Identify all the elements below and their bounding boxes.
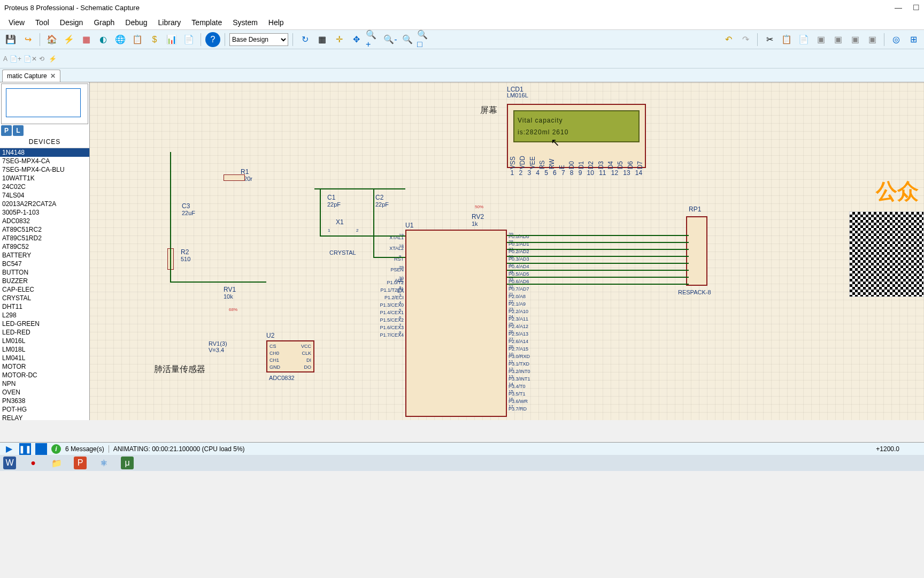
device-item[interactable]: MOTOR-DC [0,371,89,379]
block-delete-icon[interactable]: ▣ [865,32,880,47]
device-item[interactable]: BATTERY [0,251,89,260]
exit-icon[interactable]: ↪ [20,32,35,47]
sim-pause-button[interactable]: ❚❚ [19,443,31,455]
u1-chip[interactable]: XTAL119XTAL218RST9PSEN29ALE30EA31P1.0/T2… [405,230,507,417]
menu-tool[interactable]: Tool [30,16,55,29]
package-icon[interactable]: ⊞ [906,32,921,47]
save-icon[interactable]: 💾 [3,32,18,47]
menu-template[interactable]: Template [186,16,227,29]
menu-help[interactable]: Help [263,16,289,29]
text-tool-icon[interactable]: A [3,55,7,63]
data-icon[interactable]: 📊 [164,32,179,47]
info-icon[interactable]: i [51,444,61,454]
code-icon[interactable]: $ [147,32,162,47]
mode-p[interactable]: P [1,125,12,136]
grid-icon[interactable]: ▦ [314,32,329,47]
schematic-canvas[interactable]: LCD1 LM016L 屏幕 Vital capacity is:2820ml … [90,82,924,420]
device-item[interactable]: 74LS04 [0,191,89,200]
device-item[interactable]: DHT11 [0,302,89,311]
mode-l[interactable]: L [13,125,24,136]
cut-icon[interactable]: ✂ [762,32,777,47]
sim-play-button[interactable]: ▶ [3,443,15,455]
copy-icon[interactable]: 📋 [779,32,794,47]
bom-icon[interactable]: 📋 [130,32,145,47]
help-icon[interactable]: ? [205,32,220,47]
device-item[interactable]: LM016L [0,337,89,345]
taskbar-ppt-icon[interactable]: P [74,457,87,469]
delete-sheet-icon[interactable]: 📄✕ [24,55,37,63]
taskbar-record-icon[interactable]: ● [27,457,40,469]
r1-body[interactable] [224,174,245,181]
tab-close-icon[interactable]: ✕ [50,72,56,80]
script-icon[interactable]: ⚡ [49,55,57,63]
pcb-icon[interactable]: ▦ [79,32,94,47]
device-item[interactable]: LED-GREEN [0,320,89,328]
device-item[interactable]: 3005P-1-103 [0,208,89,217]
zoom-out-icon[interactable]: 🔍- [383,32,398,47]
device-item[interactable]: LED-RED [0,328,89,337]
device-item[interactable]: NPN [0,379,89,388]
maximize-button[interactable]: ☐ [913,3,920,12]
menu-view[interactable]: View [3,16,30,29]
zoom-in-icon[interactable]: 🔍+ [366,32,381,47]
zoom-fit-icon[interactable]: 🔍 [400,32,415,47]
schematic-icon[interactable]: ⚡ [61,32,76,47]
lcd-component[interactable]: Vital capacity is:2820ml 2610 VSSVDDVEER… [507,104,646,168]
zoom-area-icon[interactable]: 🔍□ [417,32,432,47]
device-item[interactable]: BUZZER [0,277,89,285]
block-move-icon[interactable]: ▣ [830,32,845,47]
design-dropdown[interactable]: Base Design [229,33,288,46]
add-sheet-icon[interactable]: 📄+ [10,55,21,63]
gerber-icon[interactable]: 🌐 [113,32,128,47]
device-item[interactable]: RELAY [0,414,89,420]
block-rotate-icon[interactable]: ▣ [848,32,863,47]
device-item[interactable]: AT89C52 [0,242,89,251]
device-item[interactable]: CAP-ELEC [0,285,89,294]
menu-graph[interactable]: Graph [88,16,120,29]
sim-stop-button[interactable] [35,443,47,455]
device-item[interactable]: 02013A2R2CAT2A [0,200,89,208]
tab-schematic[interactable]: matic Capture ✕ [2,70,60,82]
device-item[interactable]: LM018L [0,345,89,354]
home-icon[interactable]: 🏠 [44,32,59,47]
device-item[interactable]: BC547 [0,260,89,268]
taskbar-word-icon[interactable]: W [3,457,16,469]
device-item[interactable]: AT89C51RD2 [0,234,89,242]
taskbar-explorer-icon[interactable]: 📁 [50,457,63,469]
menu-design[interactable]: Design [55,16,89,29]
device-item[interactable]: L298 [0,311,89,320]
rp1-body[interactable] [686,216,707,286]
device-item[interactable]: CRYSTAL [0,294,89,302]
minimize-button[interactable]: — [895,3,902,12]
device-item[interactable]: ADC0832 [0,217,89,225]
redo-icon[interactable]: ↷ [738,32,753,47]
taskbar-keil-icon[interactable]: μ [121,457,134,469]
device-item[interactable]: PN3638 [0,397,89,405]
paste-icon[interactable]: 📄 [796,32,811,47]
device-item[interactable]: MOTOR [0,362,89,371]
messages-count[interactable]: 6 Message(s) [65,445,104,453]
device-item[interactable]: 24C02C [0,182,89,191]
refresh-icon[interactable]: ↻ [297,32,312,47]
device-list[interactable]: 1N41487SEG-MPX4-CA7SEG-MPX4-CA-BLU10WATT… [0,148,89,420]
origin-icon[interactable]: ✛ [332,32,346,47]
menu-debug[interactable]: Debug [120,16,152,29]
device-item[interactable]: BUTTON [0,268,89,277]
u2-chip[interactable]: CSCH0CH1GNDVCCCLKDIDO [266,340,314,372]
menu-library[interactable]: Library [153,16,187,29]
device-item[interactable]: POT-HG [0,405,89,414]
doc-icon[interactable]: 📄 [181,32,196,47]
pick-icon[interactable]: ◎ [889,32,904,47]
overview-panel[interactable] [1,83,88,124]
device-item[interactable]: LM041L [0,354,89,362]
pan-icon[interactable]: ✥ [349,32,364,47]
device-item[interactable]: 7SEG-MPX4-CA [0,157,89,165]
undo-icon[interactable]: ↶ [721,32,736,47]
device-item[interactable]: 10WATT1K [0,174,89,182]
device-item[interactable]: AT89C51RC2 [0,225,89,234]
menu-system[interactable]: System [227,16,263,29]
device-item[interactable]: OVEN [0,388,89,397]
3d-icon[interactable]: ◐ [96,32,111,47]
device-item[interactable]: 7SEG-MPX4-CA-BLU [0,165,89,174]
autoroute-icon[interactable]: ⟲ [39,55,44,63]
